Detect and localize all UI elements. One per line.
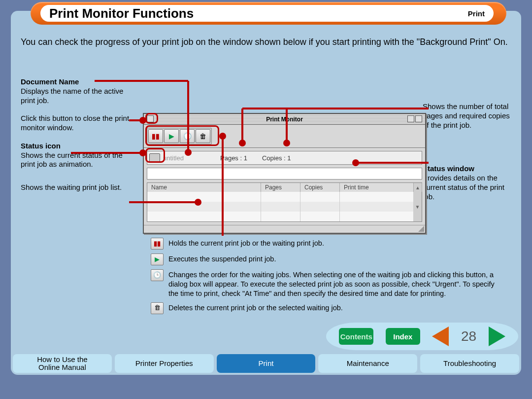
- toolbar-legend: ▮▮ Holds the current print job or the wa…: [151, 238, 506, 318]
- play-icon: ▶: [155, 255, 160, 264]
- legend-trash-text: Deletes the current print job or the sel…: [168, 302, 343, 313]
- bottom-tabs: How to Use theOnline Manual Printer Prop…: [11, 352, 521, 375]
- pause-icon: ▮▮: [154, 240, 161, 248]
- svg-point-8: [195, 199, 201, 206]
- footer-nav: Contents Index 28: [326, 323, 518, 350]
- title-bar: Print Monitor Functions Print: [31, 2, 506, 25]
- legend-pause-button: ▮▮: [151, 238, 164, 250]
- legend-play-text: Executes the suspended print job.: [168, 254, 276, 264]
- trash-icon: 🗑: [154, 304, 161, 312]
- page-frame: Print Monitor Functions Print You can ch…: [0, 0, 532, 399]
- index-button[interactable]: Index: [386, 328, 420, 345]
- clock-icon: 🕒: [153, 271, 161, 280]
- tab-maintenance[interactable]: Maintenance: [318, 354, 417, 373]
- svg-point-16: [352, 159, 359, 166]
- svg-point-4: [139, 117, 146, 124]
- contents-button[interactable]: Contents: [339, 328, 373, 345]
- tab-print[interactable]: Print: [217, 354, 316, 373]
- legend-play-button: ▶: [151, 254, 164, 265]
- svg-point-6: [139, 149, 146, 156]
- legend-trash-button: 🗑: [151, 302, 164, 314]
- page-number: 28: [461, 328, 476, 344]
- svg-point-18: [219, 133, 226, 140]
- page-body: Print Monitor Functions Print You can ch…: [11, 11, 521, 375]
- section-label: Print: [468, 9, 485, 18]
- svg-point-13: [239, 140, 246, 146]
- page-title: Print Monitor Functions: [49, 6, 194, 21]
- svg-point-2: [185, 149, 192, 156]
- next-page-arrow[interactable]: [489, 326, 505, 346]
- legend-clock-button: 🕒: [151, 269, 164, 281]
- svg-point-14: [283, 140, 290, 146]
- annotation-lines: [11, 11, 521, 243]
- tab-troubleshooting[interactable]: Troubleshooting: [420, 354, 519, 373]
- title-chip: Print Monitor Functions Print: [40, 5, 494, 22]
- legend-clock-text: Changes the order for the waiting jobs. …: [168, 269, 506, 298]
- tab-how-to-use[interactable]: How to Use theOnline Manual: [13, 354, 112, 373]
- prev-page-arrow[interactable]: [432, 326, 449, 346]
- legend-pause-text: Holds the current print job or the waiti…: [168, 238, 324, 248]
- tab-printer-properties[interactable]: Printer Properties: [115, 354, 214, 373]
